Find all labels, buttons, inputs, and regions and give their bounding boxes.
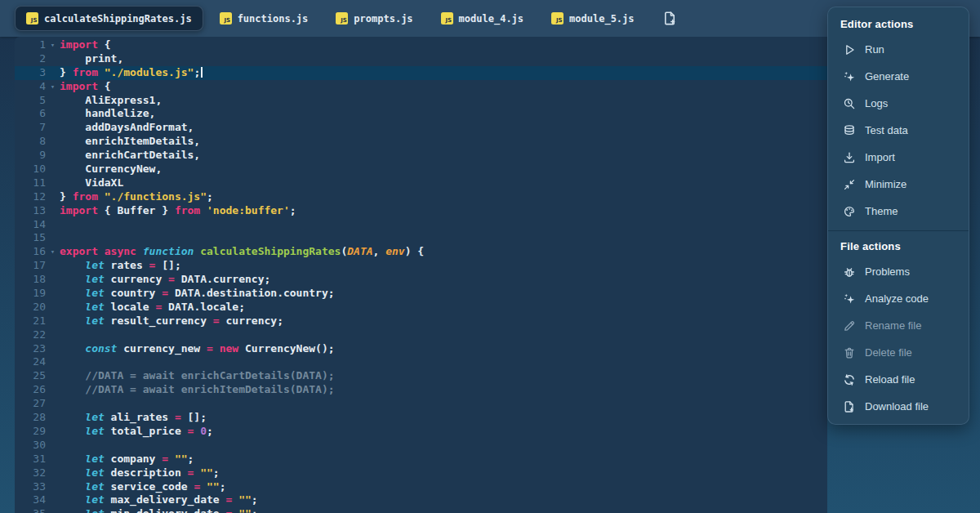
tab-calculateshippingrates-js[interactable]: JScalculateShippingRates.js (15, 6, 203, 31)
tab-label: module_4.js (459, 13, 523, 25)
code-line: 16▾export async function calculateShippi… (15, 245, 827, 259)
code-line: 19 let country = DATA.destination.countr… (15, 287, 827, 301)
code-line: 1▾import { (15, 38, 827, 52)
line-number: 20 (15, 301, 46, 314)
code-line: 30 (15, 439, 827, 453)
fold-arrow-icon[interactable]: ▾ (46, 245, 60, 259)
fold-gutter (46, 480, 60, 494)
menu-item-download-file[interactable]: Download file (828, 393, 969, 420)
code-line: 20 let locale = DATA.locale; (15, 301, 827, 314)
app-window: JScalculateShippingRates.jsJSfunctions.j… (0, 0, 980, 513)
fold-gutter (46, 176, 60, 190)
line-number: 22 (15, 328, 46, 342)
fold-gutter (46, 383, 60, 397)
menu-item-logs[interactable]: Logs (828, 90, 969, 117)
fold-arrow-icon[interactable]: ▾ (46, 80, 60, 94)
menu-item-minimize[interactable]: Minimize (828, 171, 969, 198)
line-number: 32 (15, 466, 46, 480)
tab-module_5-js[interactable]: JSmodule_5.js (540, 6, 645, 31)
menu-item-import[interactable]: Import (828, 144, 969, 171)
import-icon (843, 151, 856, 164)
actions-panel: Editor actionsRunGenerateLogsTest dataIm… (827, 7, 969, 425)
code-line: 5 AliExpress1, (15, 94, 827, 108)
tab-label: module_5.js (569, 13, 634, 25)
code-line: 34 let max_delivery_date = ""; (15, 493, 827, 507)
fold-gutter (46, 135, 60, 149)
code-text: handlelize, (60, 107, 827, 121)
tab-functions-js[interactable]: JSfunctions.js (208, 6, 320, 31)
line-number: 2 (15, 52, 46, 66)
fold-gutter (46, 355, 60, 369)
code-editor[interactable]: 1▾import {2 print,3} from "./modules.js"… (15, 37, 827, 513)
menu-item-test-data[interactable]: Test data (828, 117, 969, 144)
code-line: 17 let rates = []; (15, 259, 827, 273)
code-text: //DATA = await enrichItemDetails(DATA); (60, 383, 827, 397)
fold-gutter (46, 66, 60, 80)
new-file-button[interactable] (661, 9, 679, 28)
code-text: enrichItemDetails, (60, 135, 827, 149)
tab-label: calculateShippingRates.js (44, 13, 192, 25)
menu-item-generate[interactable]: Generate (828, 63, 969, 90)
code-text: let result_currency = currency; (60, 314, 827, 328)
trash-icon (843, 346, 856, 359)
section-title: File actions (828, 240, 969, 252)
database-icon (843, 124, 856, 137)
menu-item-label: Delete file (865, 346, 912, 359)
fold-gutter (46, 94, 60, 108)
tab-module_4-js[interactable]: JSmodule_4.js (430, 6, 535, 31)
line-number: 8 (15, 135, 46, 149)
fold-gutter (46, 328, 60, 342)
code-line: 28 let ali_rates = []; (15, 411, 827, 425)
menu-item-label: Minimize (865, 178, 906, 190)
code-lines: 1▾import {2 print,3} from "./modules.js"… (15, 38, 827, 513)
fold-gutter (46, 411, 60, 425)
tab-label: prompts.js (354, 13, 412, 25)
code-line: 26 //DATA = await enrichItemDetails(DATA… (15, 383, 827, 397)
fold-gutter (46, 453, 60, 466)
menu-item-reload-file[interactable]: Reload file (828, 366, 969, 393)
line-number: 1 (15, 38, 46, 52)
code-line: 27 (15, 397, 827, 411)
menu-item-label: Download file (865, 400, 929, 413)
tab-prompts-js[interactable]: JSprompts.js (324, 6, 424, 31)
code-line: 24 (15, 355, 827, 369)
line-number: 29 (15, 425, 46, 439)
line-number: 31 (15, 453, 46, 466)
menu-item-problems[interactable]: Problems (828, 258, 969, 285)
fold-gutter (46, 466, 60, 480)
js-file-icon: JS (26, 12, 38, 25)
fold-gutter (46, 301, 60, 314)
line-number: 5 (15, 94, 46, 108)
code-text: AliExpress1, (60, 94, 827, 108)
menu-item-analyze-code[interactable]: Analyze code (828, 285, 969, 312)
menu-item-theme[interactable]: Theme (828, 198, 969, 225)
menu-item-rename-file[interactable]: Rename file (828, 312, 969, 339)
line-number: 12 (15, 190, 46, 204)
menu-item-run[interactable]: Run (828, 36, 969, 63)
code-text: import { (60, 80, 827, 94)
code-text: let locale = DATA.locale; (60, 301, 827, 314)
code-line: 31 let company = ""; (15, 453, 827, 466)
tab-list: JScalculateShippingRates.jsJSfunctions.j… (15, 6, 651, 31)
code-text (60, 439, 827, 453)
code-text: CurrencyNew, (60, 163, 827, 176)
tab-label: functions.js (238, 13, 309, 25)
code-line: 13import { Buffer } from 'node:buffer'; (15, 204, 827, 218)
code-text: let description = ""; (60, 466, 827, 480)
menu-item-delete-file[interactable]: Delete file (828, 339, 969, 366)
code-text: } from "./modules.js"; (60, 66, 827, 80)
code-text (60, 328, 827, 342)
fold-arrow-icon[interactable]: ▾ (46, 38, 60, 52)
code-line: 18 let currency = DATA.currency; (15, 273, 827, 287)
code-text: let currency = DATA.currency; (60, 273, 827, 287)
line-number: 3 (15, 66, 46, 80)
line-number: 11 (15, 176, 46, 190)
line-number: 17 (15, 259, 46, 273)
code-line: 6 handlelize, (15, 107, 827, 121)
code-text: let ali_rates = []; (60, 411, 827, 425)
download-file-icon (843, 400, 856, 413)
line-number: 27 (15, 397, 46, 411)
js-file-icon: JS (441, 12, 453, 25)
menu-item-label: Analyze code (865, 292, 929, 305)
line-number: 15 (15, 231, 46, 245)
